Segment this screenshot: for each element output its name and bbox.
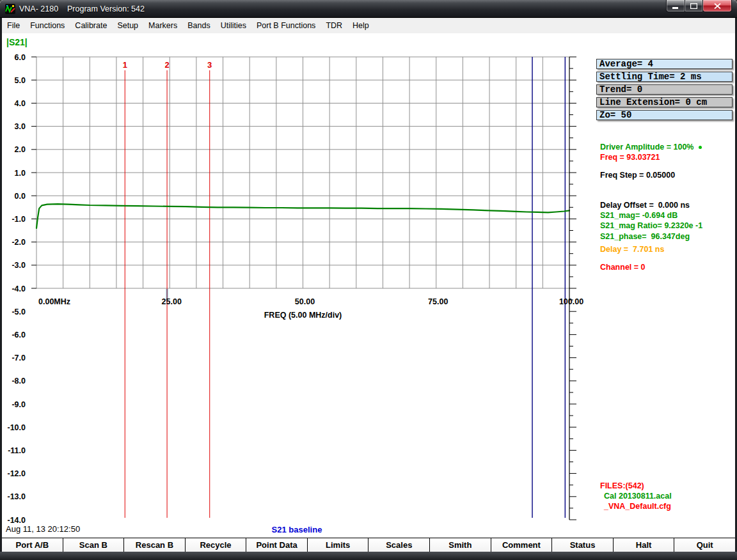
readout-freq-step: Freq Step = 0.05000 <box>600 170 675 180</box>
readout-driver-amplitude: Driver Amplitude = 100% <box>600 142 702 152</box>
readout-freq: Freq = 93.03721 <box>600 152 702 162</box>
y-tick-label: -6.0 <box>12 331 26 339</box>
s21-magnitude-chart[interactable]: 1236.05.04.03.02.01.00.0-1.0-2.0-3.0-4.0… <box>0 33 594 523</box>
y-tick-label: 1.0 <box>15 169 26 178</box>
x-tick-label: 0.00MHz <box>38 297 70 306</box>
readout-group-1: Freq Step = 0.05000 <box>600 170 675 180</box>
driver-active-dot-icon <box>699 146 702 149</box>
y-tick-label: -8.0 <box>12 377 26 385</box>
y-tick-label: -12.0 <box>8 469 26 478</box>
menu-tdr[interactable]: TDR <box>321 18 347 33</box>
readout-s21-mag-ratio: S21_mag Ratio= 9.2320e -1 <box>600 221 702 231</box>
y-tick-label: 0.0 <box>15 192 26 201</box>
y-tick-label: -5.0 <box>12 307 26 316</box>
button-recycle[interactable]: Recycle <box>186 538 247 552</box>
readout-cal-20130811-acal: Cal 20130811.acal <box>600 491 672 501</box>
y-tick-label: -14.0 <box>8 516 26 524</box>
readout-s21-mag: S21_mag= -0.694 dB <box>600 210 702 221</box>
button-comment[interactable]: Comment <box>491 538 553 552</box>
y-tick-label: -3.0 <box>12 261 26 270</box>
button-scan-b[interactable]: Scan B <box>63 538 125 552</box>
menu-bands[interactable]: Bands <box>182 18 215 33</box>
readout-delay-offset: Delay Offset = 0.000 ns <box>600 200 702 210</box>
status-label: S21 baseline <box>0 525 594 534</box>
chart-markers[interactable]: 123 <box>123 60 212 518</box>
readout-files-542: FILES:(542) <box>600 481 672 491</box>
x-axis-title: FREQ (5.00 MHz/div) <box>264 311 342 320</box>
y-tick-label: -2.0 <box>12 238 26 247</box>
y-tick-label: -10.0 <box>8 423 26 432</box>
readout-vna-default-cfg: _VNA_Default.cfg <box>600 501 672 511</box>
button-scales[interactable]: Scales <box>368 538 430 552</box>
readout-delay: Delay = 7.701 ns <box>600 244 664 254</box>
x-tick-label: 50.00 <box>295 297 315 306</box>
y-tick-label: 6.0 <box>15 53 26 62</box>
readout-group-2: Delay Offset = 0.000 nsS21_mag= -0.694 d… <box>600 200 702 242</box>
readout-s21-phase: S21_phase= 96.347deg <box>600 231 702 242</box>
menu-functions[interactable]: Functions <box>25 18 70 33</box>
y-tick-label: 2.0 <box>15 145 26 154</box>
app-icon <box>5 4 15 14</box>
app-window: VNA- 2180 Program Version: 542 FileFunct… <box>0 0 737 560</box>
button-status[interactable]: Status <box>552 538 614 552</box>
readout-group-4: Channel = 0 <box>600 262 646 272</box>
chart-axes: 6.05.04.03.02.01.00.0-1.0-2.0-3.0-4.0-5.… <box>8 53 584 524</box>
y-tick-label: -4.0 <box>12 284 26 293</box>
x-tick-label: 25.00 <box>162 297 182 306</box>
y-tick-label: -1.0 <box>12 215 26 224</box>
x-tick-label: 100.00 <box>559 297 583 306</box>
menu-help[interactable]: Help <box>347 18 374 33</box>
y-tick-label: 3.0 <box>15 122 26 131</box>
readout-group-3: Delay = 7.701 ns <box>600 244 664 254</box>
y-tick-label: -7.0 <box>12 354 26 362</box>
menu-file[interactable]: File <box>2 18 25 33</box>
button-quit[interactable]: Quit <box>674 538 735 552</box>
menu-utilities[interactable]: Utilities <box>216 18 251 33</box>
button-halt[interactable]: Halt <box>614 538 675 552</box>
button-rescan-b[interactable]: Rescan B <box>124 538 186 552</box>
y-tick-label: 4.0 <box>15 99 26 108</box>
menu-setup[interactable]: Setup <box>112 18 143 33</box>
y-tick-label: -13.0 <box>8 492 26 501</box>
chart-grid <box>36 57 569 288</box>
y-tick-label: -11.0 <box>8 446 26 455</box>
window-title: VNA- 2180 Program Version: 542 <box>19 4 145 13</box>
button-bar: Port A/BScan BRescan BRecyclePoint DataL… <box>2 538 735 552</box>
menu-markers[interactable]: Markers <box>143 18 182 33</box>
readout-panel: Driver Amplitude = 100%Freq = 93.03721Fr… <box>600 0 734 560</box>
readout-channel: Channel = 0 <box>600 262 646 272</box>
y-tick-label: 5.0 <box>15 76 26 85</box>
readout-group-5: FILES:(542)Cal 20130811.acal_VNA_Default… <box>600 481 672 512</box>
menu-port-b-functions[interactable]: Port B Functions <box>251 18 321 33</box>
button-limits[interactable]: Limits <box>308 538 369 552</box>
y-tick-label: -9.0 <box>12 400 26 409</box>
marker-1-label: 1 <box>123 60 127 70</box>
button-smith[interactable]: Smith <box>430 538 491 552</box>
button-port-a-b[interactable]: Port A/B <box>2 538 63 552</box>
menu-calibrate[interactable]: Calibrate <box>70 18 112 33</box>
marker-3-label: 3 <box>207 60 212 70</box>
x-tick-label: 75.00 <box>428 297 448 306</box>
marker-2-label: 2 <box>164 60 169 70</box>
button-point-data[interactable]: Point Data <box>246 538 308 552</box>
window-frame-left <box>0 18 2 560</box>
readout-group-0: Driver Amplitude = 100%Freq = 93.03721 <box>600 142 702 162</box>
window-frame-bottom <box>0 552 737 560</box>
